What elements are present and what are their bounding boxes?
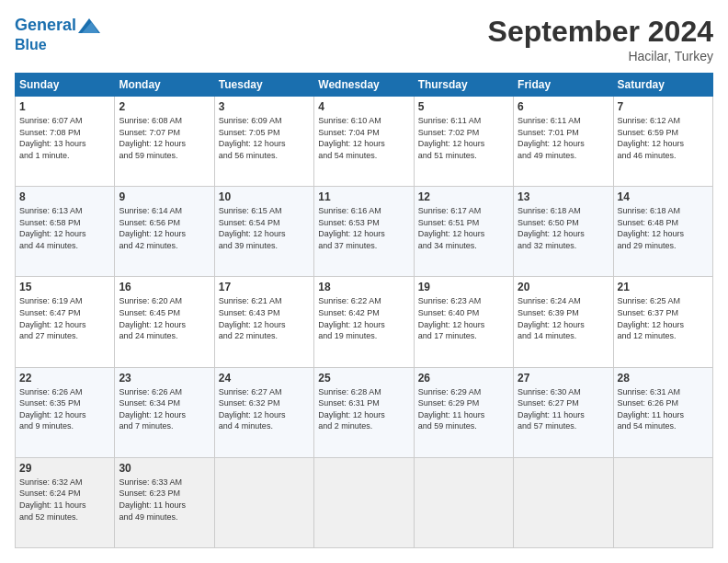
calendar-cell: [414, 457, 513, 547]
day-number: 13: [518, 190, 609, 203]
calendar-week-3: 15Sunrise: 6:19 AMSunset: 6:47 PMDayligh…: [16, 277, 713, 367]
calendar-week-5: 29Sunrise: 6:32 AMSunset: 6:24 PMDayligh…: [16, 457, 713, 547]
day-number: 18: [318, 281, 409, 293]
cell-details: Sunrise: 6:17 AMSunset: 6:51 PMDaylight:…: [418, 205, 509, 251]
calendar-cell: 7Sunrise: 6:12 AMSunset: 6:59 PMDaylight…: [613, 97, 712, 187]
calendar-cell: 23Sunrise: 6:26 AMSunset: 6:34 PMDayligh…: [115, 367, 214, 457]
cell-details: Sunrise: 6:20 AMSunset: 6:45 PMDaylight:…: [119, 295, 210, 341]
calendar-cell: 1Sunrise: 6:07 AMSunset: 7:08 PMDaylight…: [16, 97, 115, 187]
calendar-cell: 2Sunrise: 6:08 AMSunset: 7:07 PMDaylight…: [115, 97, 214, 187]
calendar-week-2: 8Sunrise: 6:13 AMSunset: 6:58 PMDaylight…: [16, 187, 713, 277]
day-number: 25: [318, 372, 409, 385]
calendar-cell: [214, 457, 313, 547]
cell-details: Sunrise: 6:16 AMSunset: 6:53 PMDaylight:…: [318, 205, 409, 251]
cell-details: Sunrise: 6:08 AMSunset: 7:07 PMDaylight:…: [119, 115, 210, 161]
calendar-cell: 8Sunrise: 6:13 AMSunset: 6:58 PMDaylight…: [16, 187, 115, 277]
cell-details: Sunrise: 6:10 AMSunset: 7:04 PMDaylight:…: [318, 115, 409, 161]
day-number: 27: [518, 372, 609, 385]
day-number: 7: [618, 100, 709, 113]
day-number: 29: [19, 462, 110, 475]
cell-details: Sunrise: 6:19 AMSunset: 6:47 PMDaylight:…: [19, 295, 110, 341]
calendar-cell: 11Sunrise: 6:16 AMSunset: 6:53 PMDayligh…: [314, 187, 414, 277]
calendar-cell: 6Sunrise: 6:11 AMSunset: 7:01 PMDaylight…: [514, 97, 613, 187]
cell-details: Sunrise: 6:32 AMSunset: 6:24 PMDaylight:…: [19, 477, 110, 523]
logo: General Blue: [15, 15, 100, 53]
day-number: 23: [119, 372, 210, 385]
cell-details: Sunrise: 6:13 AMSunset: 6:58 PMDaylight:…: [19, 205, 110, 251]
cell-details: Sunrise: 6:11 AMSunset: 7:02 PMDaylight:…: [418, 115, 509, 161]
calendar-cell: 29Sunrise: 6:32 AMSunset: 6:24 PMDayligh…: [16, 457, 115, 547]
cell-details: Sunrise: 6:28 AMSunset: 6:31 PMDaylight:…: [318, 386, 409, 432]
calendar-cell: 18Sunrise: 6:22 AMSunset: 6:42 PMDayligh…: [314, 277, 414, 367]
cell-details: Sunrise: 6:09 AMSunset: 7:05 PMDaylight:…: [219, 115, 310, 161]
calendar-cell: 4Sunrise: 6:10 AMSunset: 7:04 PMDaylight…: [314, 97, 414, 187]
calendar-cell: 5Sunrise: 6:11 AMSunset: 7:02 PMDaylight…: [414, 97, 513, 187]
day-number: 30: [119, 462, 210, 475]
cell-details: Sunrise: 6:15 AMSunset: 6:54 PMDaylight:…: [219, 205, 310, 251]
cell-details: Sunrise: 6:27 AMSunset: 6:32 PMDaylight:…: [219, 386, 310, 432]
calendar-cell: 21Sunrise: 6:25 AMSunset: 6:37 PMDayligh…: [613, 277, 712, 367]
day-number: 9: [119, 190, 210, 203]
day-number: 20: [518, 281, 609, 293]
day-number: 21: [618, 281, 709, 293]
calendar-cell: 3Sunrise: 6:09 AMSunset: 7:05 PMDaylight…: [214, 97, 313, 187]
calendar-cell: 20Sunrise: 6:24 AMSunset: 6:39 PMDayligh…: [514, 277, 613, 367]
day-number: 5: [418, 100, 509, 113]
day-number: 26: [418, 372, 509, 385]
calendar-cell: 30Sunrise: 6:33 AMSunset: 6:23 PMDayligh…: [115, 457, 214, 547]
cell-details: Sunrise: 6:30 AMSunset: 6:27 PMDaylight:…: [518, 386, 609, 432]
weekday-header-friday: Friday: [514, 74, 613, 97]
calendar-cell: 9Sunrise: 6:14 AMSunset: 6:56 PMDaylight…: [115, 187, 214, 277]
calendar-cell: [613, 457, 712, 547]
day-number: 3: [219, 100, 310, 113]
cell-details: Sunrise: 6:11 AMSunset: 7:01 PMDaylight:…: [518, 115, 609, 161]
calendar-cell: 22Sunrise: 6:26 AMSunset: 6:35 PMDayligh…: [16, 367, 115, 457]
calendar-cell: [514, 457, 613, 547]
day-number: 11: [318, 190, 409, 203]
page: General Blue September 2024 Hacilar, Tur…: [0, 0, 728, 563]
calendar-cell: [314, 457, 414, 547]
calendar-table: SundayMondayTuesdayWednesdayThursdayFrid…: [15, 73, 713, 548]
cell-details: Sunrise: 6:18 AMSunset: 6:48 PMDaylight:…: [618, 205, 709, 251]
day-number: 28: [618, 372, 709, 385]
cell-details: Sunrise: 6:21 AMSunset: 6:43 PMDaylight:…: [219, 295, 310, 341]
location: Hacilar, Turkey: [488, 49, 713, 63]
logo-text: General: [15, 17, 76, 35]
weekday-header-tuesday: Tuesday: [214, 74, 313, 97]
day-number: 17: [219, 281, 310, 293]
day-number: 14: [618, 190, 709, 203]
day-number: 2: [119, 100, 210, 113]
day-number: 12: [418, 190, 509, 203]
cell-details: Sunrise: 6:07 AMSunset: 7:08 PMDaylight:…: [19, 115, 110, 161]
cell-details: Sunrise: 6:33 AMSunset: 6:23 PMDaylight:…: [119, 477, 210, 523]
calendar-cell: 26Sunrise: 6:29 AMSunset: 6:29 PMDayligh…: [414, 367, 513, 457]
cell-details: Sunrise: 6:24 AMSunset: 6:39 PMDaylight:…: [518, 295, 609, 341]
title-block: September 2024 Hacilar, Turkey: [488, 15, 713, 63]
weekday-header-monday: Monday: [115, 74, 214, 97]
calendar-cell: 16Sunrise: 6:20 AMSunset: 6:45 PMDayligh…: [115, 277, 214, 367]
calendar-week-4: 22Sunrise: 6:26 AMSunset: 6:35 PMDayligh…: [16, 367, 713, 457]
cell-details: Sunrise: 6:25 AMSunset: 6:37 PMDaylight:…: [618, 295, 709, 341]
logo-text2: Blue: [15, 37, 100, 53]
calendar-cell: 13Sunrise: 6:18 AMSunset: 6:50 PMDayligh…: [514, 187, 613, 277]
cell-details: Sunrise: 6:29 AMSunset: 6:29 PMDaylight:…: [418, 386, 509, 432]
day-number: 24: [219, 372, 310, 385]
calendar-cell: 15Sunrise: 6:19 AMSunset: 6:47 PMDayligh…: [16, 277, 115, 367]
month-title: September 2024: [488, 15, 713, 49]
calendar-cell: 14Sunrise: 6:18 AMSunset: 6:48 PMDayligh…: [613, 187, 712, 277]
weekday-header-saturday: Saturday: [613, 74, 712, 97]
cell-details: Sunrise: 6:31 AMSunset: 6:26 PMDaylight:…: [618, 386, 709, 432]
cell-details: Sunrise: 6:22 AMSunset: 6:42 PMDaylight:…: [318, 295, 409, 341]
calendar-cell: 12Sunrise: 6:17 AMSunset: 6:51 PMDayligh…: [414, 187, 513, 277]
cell-details: Sunrise: 6:26 AMSunset: 6:35 PMDaylight:…: [19, 386, 110, 432]
day-number: 15: [19, 281, 110, 293]
day-number: 4: [318, 100, 409, 113]
day-number: 6: [518, 100, 609, 113]
cell-details: Sunrise: 6:14 AMSunset: 6:56 PMDaylight:…: [119, 205, 210, 251]
calendar-cell: 27Sunrise: 6:30 AMSunset: 6:27 PMDayligh…: [514, 367, 613, 457]
day-number: 16: [119, 281, 210, 293]
calendar-cell: 17Sunrise: 6:21 AMSunset: 6:43 PMDayligh…: [214, 277, 313, 367]
calendar-cell: 10Sunrise: 6:15 AMSunset: 6:54 PMDayligh…: [214, 187, 313, 277]
calendar-cell: 28Sunrise: 6:31 AMSunset: 6:26 PMDayligh…: [613, 367, 712, 457]
calendar-cell: 25Sunrise: 6:28 AMSunset: 6:31 PMDayligh…: [314, 367, 414, 457]
